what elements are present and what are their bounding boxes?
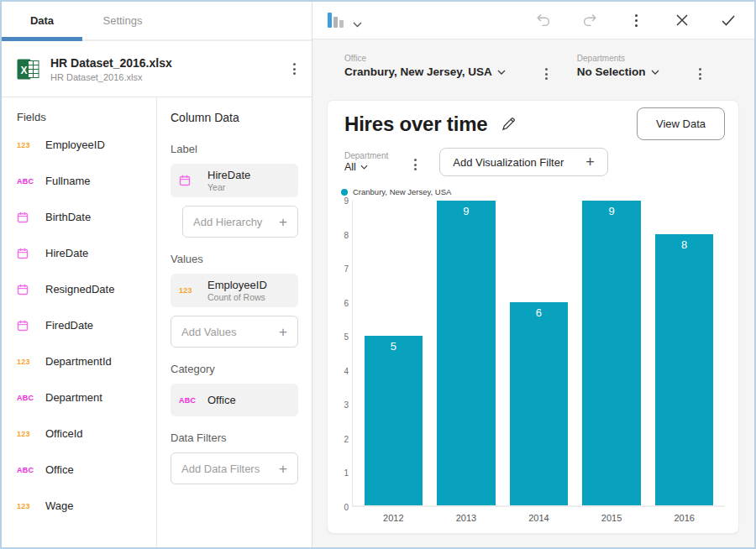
label-card-title: HireDate bbox=[207, 169, 250, 181]
visualization-header: Hires over time View Data bbox=[339, 107, 725, 140]
tab-data[interactable]: Data bbox=[2, 2, 82, 39]
category-section-title: Category bbox=[171, 363, 298, 375]
label-card-subtitle: Year bbox=[207, 182, 250, 192]
bar-2016[interactable]: 8 bbox=[655, 234, 713, 505]
dataset-titles: HR Dataset_2016.xlsx HR Dataset_2016.xls… bbox=[50, 56, 278, 82]
calendar-icon bbox=[17, 248, 39, 259]
left-pane: Data Settings X HR Dataset_2016.xlsx bbox=[2, 2, 312, 547]
tab-settings[interactable]: Settings bbox=[82, 2, 163, 39]
number-field-icon: 123 bbox=[17, 502, 39, 510]
close-icon[interactable] bbox=[673, 11, 691, 29]
bar-2015[interactable]: 9 bbox=[582, 201, 640, 505]
departments-filter[interactable]: Departments No Selection bbox=[577, 54, 659, 78]
dataset-row[interactable]: X HR Dataset_2016.xlsx HR Dataset_2016.x… bbox=[2, 41, 312, 97]
add-data-filters-button[interactable]: Add Data Filters + bbox=[171, 452, 298, 484]
bar-2013[interactable]: 9 bbox=[437, 201, 495, 505]
field-item-birthdate[interactable]: BirthDate bbox=[17, 199, 151, 235]
field-item-resigneddate[interactable]: ResignedDate bbox=[17, 271, 151, 307]
field-label: OfficeId bbox=[45, 427, 83, 440]
visualization-toolbar bbox=[312, 2, 754, 39]
y-axis: 0123456789 bbox=[339, 201, 352, 507]
office-filter-label: Office bbox=[344, 54, 506, 63]
field-item-hiredate[interactable]: HireDate bbox=[17, 235, 151, 271]
y-tick-label: 5 bbox=[344, 332, 349, 342]
label-field-card[interactable]: HireDate Year bbox=[171, 164, 298, 197]
department-viz-filter-label: Department bbox=[344, 151, 388, 160]
category-section: Category ABC Office bbox=[171, 363, 298, 416]
visualization-card: Hires over time View Data Department All… bbox=[327, 100, 739, 534]
x-tick-label: 2013 bbox=[430, 513, 503, 523]
calendar-icon bbox=[17, 320, 39, 332]
y-tick-label: 6 bbox=[344, 298, 349, 307]
field-item-officeid[interactable]: 123OfficeId bbox=[17, 416, 151, 452]
chart-type-selector[interactable] bbox=[328, 13, 362, 28]
office-filter-more-icon[interactable] bbox=[541, 65, 552, 82]
field-item-wage[interactable]: 123Wage bbox=[17, 488, 151, 524]
bar-2012[interactable]: 5 bbox=[365, 336, 423, 505]
department-viz-filter-value: All bbox=[344, 161, 356, 173]
view-data-button[interactable]: View Data bbox=[637, 107, 725, 140]
chart-type-bar-icon bbox=[328, 13, 332, 28]
field-label: ResignedDate bbox=[45, 283, 114, 295]
edit-title-icon[interactable] bbox=[500, 115, 517, 133]
y-tick-label: 7 bbox=[344, 264, 349, 274]
calendar-icon bbox=[17, 212, 39, 223]
text-field-icon: ABC bbox=[17, 466, 39, 474]
department-viz-filter-more-icon[interactable] bbox=[410, 156, 421, 173]
category-field-card[interactable]: ABC Office bbox=[171, 384, 298, 416]
chevron-down-icon bbox=[360, 165, 368, 170]
text-field-icon: ABC bbox=[179, 396, 201, 405]
field-item-fireddate[interactable]: FiredDate bbox=[17, 307, 151, 343]
add-visualization-filter-button[interactable]: Add Visualization Filter + bbox=[439, 148, 608, 176]
x-tick-label: 2016 bbox=[648, 513, 721, 523]
plus-icon: + bbox=[279, 215, 287, 229]
bar-value-label: 9 bbox=[463, 205, 469, 217]
field-label: DepartmentId bbox=[45, 355, 112, 368]
field-label: HireDate bbox=[45, 247, 88, 259]
bar-value-label: 8 bbox=[681, 238, 687, 251]
more-options-icon[interactable] bbox=[627, 11, 645, 29]
add-hierarchy-button[interactable]: Add Hierarchy + bbox=[182, 206, 298, 238]
bar-slot: 8 bbox=[648, 201, 721, 505]
values-field-card[interactable]: 123 EmployeeID Count of Rows bbox=[171, 274, 298, 307]
x-tick-label: 2014 bbox=[502, 513, 575, 523]
values-section: Values 123 EmployeeID Count of Rows Add … bbox=[171, 253, 298, 348]
y-tick-label: 0 bbox=[344, 503, 349, 512]
bar-slot: 5 bbox=[357, 201, 430, 505]
excel-file-icon: X bbox=[17, 58, 39, 81]
field-item-fullname[interactable]: ABCFullname bbox=[17, 163, 151, 199]
office-filter[interactable]: Office Cranbury, New Jersey, USA bbox=[344, 54, 506, 78]
field-label: BirthDate bbox=[45, 211, 91, 223]
field-item-employeeid[interactable]: 123EmployeeID bbox=[17, 127, 151, 163]
field-label: Wage bbox=[45, 499, 73, 512]
tab-settings-label: Settings bbox=[103, 14, 143, 27]
add-values-button[interactable]: Add Values + bbox=[171, 316, 298, 348]
calendar-icon bbox=[17, 284, 39, 295]
left-body: Fields 123EmployeeIDABCFullnameBirthDate… bbox=[2, 97, 312, 547]
redo-icon[interactable] bbox=[580, 11, 599, 29]
field-label: Department bbox=[45, 391, 102, 404]
toolbar-actions bbox=[534, 11, 738, 29]
bar-2014[interactable]: 6 bbox=[510, 302, 568, 505]
chart-legend: Cranbury, New Jersey, USA bbox=[341, 187, 725, 196]
undo-icon[interactable] bbox=[534, 11, 553, 29]
bar-slot: 9 bbox=[575, 201, 648, 505]
field-item-department[interactable]: ABCDepartment bbox=[17, 379, 151, 416]
bar-value-label: 5 bbox=[391, 340, 396, 353]
values-card-subtitle: Count of Rows bbox=[207, 292, 267, 302]
visualization-filter-row: Department All Add Visualization Filter … bbox=[339, 148, 725, 176]
confirm-icon[interactable] bbox=[719, 11, 738, 29]
plot-area: 0123456789 59698 bbox=[339, 201, 725, 507]
field-item-departmentid[interactable]: 123DepartmentId bbox=[17, 343, 151, 379]
number-field-icon: 123 bbox=[17, 141, 39, 149]
values-section-title: Values bbox=[171, 253, 298, 265]
right-pane: Office Cranbury, New Jersey, USA Departm… bbox=[312, 2, 754, 547]
field-item-office[interactable]: ABCOffice bbox=[17, 452, 151, 488]
calendar-icon bbox=[179, 175, 201, 186]
dataset-more-icon[interactable] bbox=[289, 60, 300, 77]
legend-label: Cranbury, New Jersey, USA bbox=[353, 187, 451, 196]
department-viz-filter[interactable]: Department All bbox=[344, 151, 388, 173]
departments-filter-more-icon[interactable] bbox=[695, 65, 706, 82]
text-field-icon: ABC bbox=[17, 394, 39, 402]
bar-slot: 9 bbox=[430, 201, 503, 505]
